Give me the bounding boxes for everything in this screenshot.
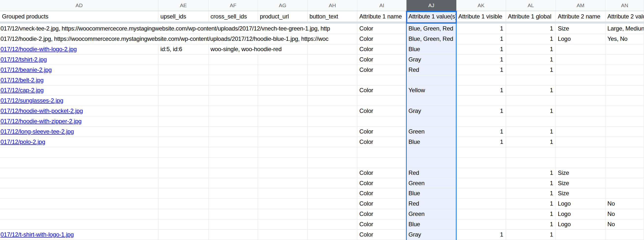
cell-AJ[interactable] <box>406 158 456 168</box>
cell-AN[interactable] <box>606 137 644 147</box>
cell-AF[interactable] <box>208 219 258 229</box>
cell-AL[interactable] <box>506 96 556 106</box>
cell-AE[interactable] <box>158 96 208 106</box>
cell-AM[interactable] <box>556 65 606 75</box>
cell-AJ[interactable]: Green <box>406 209 456 219</box>
cell-AF[interactable] <box>208 230 258 240</box>
cell-AI[interactable]: Color <box>357 137 406 147</box>
cell-AG[interactable] <box>258 116 308 126</box>
field-header-cell-AM[interactable]: Attribute 2 name <box>556 11 606 22</box>
cell-AM[interactable]: Logo <box>556 219 606 229</box>
cell-AE[interactable] <box>158 75 208 85</box>
field-header-cell-AI[interactable]: Attribute 1 name <box>357 11 406 22</box>
cell-AL[interactable] <box>506 116 556 126</box>
cell-AH[interactable] <box>308 178 357 188</box>
cell-AJ[interactable]: Gray <box>406 106 456 116</box>
cell-AF[interactable] <box>208 147 258 157</box>
field-header-cell-AN[interactable]: Attribute 2 value(s) <box>606 11 644 22</box>
cell-AD[interactable]: 017/12/hoodie-2.jpg, https://woocommerce… <box>0 34 357 44</box>
cell-AG[interactable] <box>258 158 308 168</box>
cell-AL[interactable]: 1 <box>506 219 556 229</box>
column-header-AH[interactable]: AH <box>308 0 357 11</box>
cell-AD[interactable] <box>0 199 158 209</box>
cell-AE[interactable] <box>158 127 208 137</box>
cell-AG[interactable] <box>258 219 308 229</box>
cell-AL[interactable]: 1 <box>506 230 556 240</box>
field-header-cell-AE[interactable]: upsell_ids <box>158 11 208 22</box>
cell-AI[interactable]: Color <box>357 85 406 95</box>
cell-AI[interactable]: Color <box>357 44 406 54</box>
cell-AN[interactable] <box>606 55 644 65</box>
cell-AM[interactable]: Logo <box>556 209 606 219</box>
cell-AF[interactable] <box>208 127 258 137</box>
cell-AI[interactable] <box>357 147 406 157</box>
cell-AI[interactable]: Color <box>357 106 406 116</box>
cell-AD[interactable] <box>0 188 158 198</box>
cell-AG[interactable] <box>258 106 308 116</box>
cell-AI[interactable]: Color <box>357 199 406 209</box>
link-cell-AD[interactable]: 017/12/long-sleeve-tee-2.jpg <box>0 127 158 137</box>
cell-AK[interactable]: 1 <box>456 24 506 34</box>
cell-AF[interactable] <box>208 85 258 95</box>
cell-AK[interactable] <box>456 199 506 209</box>
cell-AJ[interactable]: Red <box>406 168 456 178</box>
cell-AG[interactable] <box>258 178 308 188</box>
field-header-cell-AG[interactable]: product_url <box>258 11 308 22</box>
column-header-AK[interactable]: AK <box>456 0 506 11</box>
cell-AI[interactable]: Color <box>357 55 406 65</box>
cell-AI[interactable] <box>357 75 406 85</box>
cell-AE[interactable]: id:5, id:6 <box>158 44 208 54</box>
cell-AE[interactable] <box>158 168 208 178</box>
cell-AN[interactable] <box>606 96 644 106</box>
cell-AM[interactable]: Size <box>556 188 606 198</box>
cell-AN[interactable] <box>606 147 644 157</box>
cell-AD[interactable] <box>0 158 158 168</box>
cell-AI[interactable] <box>357 96 406 106</box>
cell-AG[interactable] <box>258 199 308 209</box>
cell-AJ[interactable]: Red <box>406 65 456 75</box>
cell-AF[interactable] <box>208 55 258 65</box>
cell-AD[interactable] <box>0 168 158 178</box>
cell-AM[interactable] <box>556 44 606 54</box>
cell-AN[interactable] <box>606 230 644 240</box>
cell-AJ[interactable]: Blue <box>406 219 456 229</box>
cell-AF[interactable] <box>208 106 258 116</box>
cell-AJ[interactable]: Gray <box>406 55 456 65</box>
cell-AN[interactable] <box>606 75 644 85</box>
cell-AN[interactable] <box>606 44 644 54</box>
cell-AN[interactable]: No <box>606 199 644 209</box>
cell-AK[interactable] <box>456 96 506 106</box>
column-header-AJ[interactable]: AJ <box>406 0 456 11</box>
cell-AK[interactable] <box>456 219 506 229</box>
cell-AJ[interactable]: Blue, Green, Red <box>406 34 456 44</box>
cell-AG[interactable] <box>258 127 308 137</box>
cell-AK[interactable] <box>456 147 506 157</box>
cell-AG[interactable] <box>258 65 308 75</box>
cell-AG[interactable] <box>258 209 308 219</box>
cell-AG[interactable] <box>258 137 308 147</box>
cell-AM[interactable]: Size <box>556 178 606 188</box>
cell-AM[interactable] <box>556 106 606 116</box>
cell-AM[interactable] <box>556 127 606 137</box>
cell-AH[interactable] <box>308 230 357 240</box>
cell-AM[interactable] <box>556 147 606 157</box>
cell-AN[interactable] <box>606 127 644 137</box>
cell-AM[interactable] <box>556 96 606 106</box>
cell-AL[interactable] <box>506 147 556 157</box>
column-header-AG[interactable]: AG <box>258 0 308 11</box>
cell-AN[interactable] <box>606 188 644 198</box>
cell-AH[interactable] <box>308 188 357 198</box>
cell-AL[interactable]: 1 <box>506 137 556 147</box>
cell-AN[interactable]: No <box>606 219 644 229</box>
cell-AF[interactable] <box>208 65 258 75</box>
cell-AK[interactable]: 1 <box>456 34 506 44</box>
cell-AL[interactable]: 1 <box>506 168 556 178</box>
field-header-cell-AD[interactable]: Grouped products <box>0 11 158 22</box>
cell-AF[interactable] <box>208 75 258 85</box>
cell-AM[interactable] <box>556 75 606 85</box>
cell-AE[interactable] <box>158 158 208 168</box>
cell-AH[interactable] <box>308 85 357 95</box>
cell-AL[interactable]: 1 <box>506 65 556 75</box>
cell-AI[interactable]: Color <box>357 230 406 240</box>
cell-AM[interactable]: Size <box>556 168 606 178</box>
